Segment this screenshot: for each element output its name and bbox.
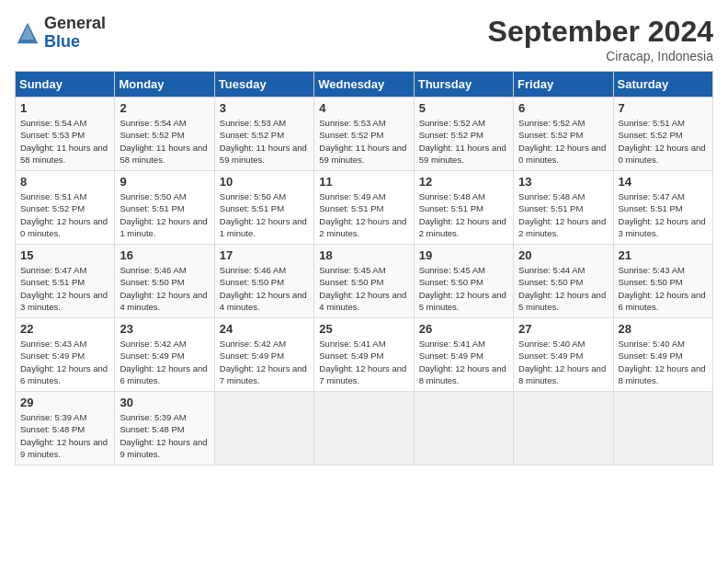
logo-general: General [44,14,106,32]
page-header: General Blue September 2024 Ciracap, Ind… [15,15,713,63]
table-row: 26 Sunrise: 5:41 AM Sunset: 5:49 PM Dayl… [414,318,513,392]
table-row [514,392,613,465]
table-row: 2 Sunrise: 5:54 AM Sunset: 5:52 PM Dayli… [115,98,214,171]
table-row [214,392,313,465]
cell-content: Sunrise: 5:47 AM Sunset: 5:51 PM Dayligh… [619,190,708,239]
day-number: 28 [619,322,708,336]
day-number: 1 [20,101,109,115]
cell-content: Sunrise: 5:46 AM Sunset: 5:50 PM Dayligh… [119,264,209,313]
logo: General Blue [15,15,106,52]
cell-content: Sunrise: 5:53 AM Sunset: 5:52 PM Dayligh… [319,117,408,166]
table-row: 11 Sunrise: 5:49 AM Sunset: 5:51 PM Dayl… [314,171,414,245]
col-friday: Friday [514,72,613,98]
day-number: 9 [119,175,209,189]
cell-content: Sunrise: 5:48 AM Sunset: 5:51 PM Dayligh… [419,190,508,239]
month-title: September 2024 [488,15,713,49]
cell-content: Sunrise: 5:40 AM Sunset: 5:49 PM Dayligh… [518,338,608,386]
header-row: Sunday Monday Tuesday Wednesday Thursday… [16,72,713,98]
location: Ciracap, Indonesia [488,49,713,63]
cell-content: Sunrise: 5:48 AM Sunset: 5:51 PM Dayligh… [518,190,608,239]
calendar-week-row: 1 Sunrise: 5:54 AM Sunset: 5:53 PM Dayli… [16,98,713,171]
table-row: 8 Sunrise: 5:51 AM Sunset: 5:52 PM Dayli… [16,171,115,245]
table-row: 12 Sunrise: 5:48 AM Sunset: 5:51 PM Dayl… [414,171,513,245]
logo-icon [15,20,40,46]
table-row: 17 Sunrise: 5:46 AM Sunset: 5:50 PM Dayl… [214,245,313,318]
day-number: 16 [119,248,209,262]
day-number: 12 [419,175,508,189]
cell-content: Sunrise: 5:40 AM Sunset: 5:49 PM Dayligh… [619,338,708,386]
table-row: 1 Sunrise: 5:54 AM Sunset: 5:53 PM Dayli… [16,98,115,171]
day-number: 30 [119,396,209,409]
day-number: 15 [20,248,109,262]
logo-text: General Blue [44,15,106,52]
table-row [613,392,712,465]
table-row: 25 Sunrise: 5:41 AM Sunset: 5:49 PM Dayl… [314,318,414,392]
table-row: 16 Sunrise: 5:46 AM Sunset: 5:50 PM Dayl… [115,245,214,318]
table-row: 7 Sunrise: 5:51 AM Sunset: 5:52 PM Dayli… [613,98,712,171]
day-number: 29 [20,396,109,409]
cell-content: Sunrise: 5:39 AM Sunset: 5:48 PM Dayligh… [119,411,209,460]
table-row: 18 Sunrise: 5:45 AM Sunset: 5:50 PM Dayl… [314,245,414,318]
day-number: 26 [419,322,508,336]
table-row [314,392,414,465]
col-wednesday: Wednesday [314,72,414,98]
day-number: 5 [419,101,508,115]
title-block: September 2024 Ciracap, Indonesia [488,15,713,63]
cell-content: Sunrise: 5:43 AM Sunset: 5:49 PM Dayligh… [20,338,109,386]
cell-content: Sunrise: 5:54 AM Sunset: 5:52 PM Dayligh… [119,117,209,166]
table-row: 14 Sunrise: 5:47 AM Sunset: 5:51 PM Dayl… [613,171,712,245]
cell-content: Sunrise: 5:39 AM Sunset: 5:48 PM Dayligh… [20,411,109,460]
cell-content: Sunrise: 5:44 AM Sunset: 5:50 PM Dayligh… [518,264,608,313]
table-row: 6 Sunrise: 5:52 AM Sunset: 5:52 PM Dayli… [514,98,613,171]
day-number: 22 [20,322,109,336]
col-thursday: Thursday [414,72,513,98]
table-row [414,392,513,465]
table-row: 19 Sunrise: 5:45 AM Sunset: 5:50 PM Dayl… [414,245,513,318]
col-monday: Monday [115,72,214,98]
cell-content: Sunrise: 5:46 AM Sunset: 5:50 PM Dayligh… [220,264,309,313]
cell-content: Sunrise: 5:54 AM Sunset: 5:53 PM Dayligh… [20,117,109,166]
day-number: 27 [518,322,608,336]
day-number: 23 [119,322,209,336]
col-tuesday: Tuesday [214,72,313,98]
day-number: 13 [518,175,608,189]
cell-content: Sunrise: 5:45 AM Sunset: 5:50 PM Dayligh… [319,264,408,313]
table-row: 3 Sunrise: 5:53 AM Sunset: 5:52 PM Dayli… [214,98,313,171]
table-row: 4 Sunrise: 5:53 AM Sunset: 5:52 PM Dayli… [314,98,414,171]
table-row: 10 Sunrise: 5:50 AM Sunset: 5:51 PM Dayl… [214,171,313,245]
calendar-week-row: 15 Sunrise: 5:47 AM Sunset: 5:51 PM Dayl… [16,245,713,318]
day-number: 24 [220,322,309,336]
day-number: 19 [419,248,508,262]
cell-content: Sunrise: 5:41 AM Sunset: 5:49 PM Dayligh… [319,338,408,386]
day-number: 8 [20,175,109,189]
cell-content: Sunrise: 5:50 AM Sunset: 5:51 PM Dayligh… [119,190,209,239]
table-row: 28 Sunrise: 5:40 AM Sunset: 5:49 PM Dayl… [613,318,712,392]
calendar-week-row: 29 Sunrise: 5:39 AM Sunset: 5:48 PM Dayl… [16,392,713,465]
col-saturday: Saturday [613,72,712,98]
table-row: 21 Sunrise: 5:43 AM Sunset: 5:50 PM Dayl… [613,245,712,318]
table-row: 15 Sunrise: 5:47 AM Sunset: 5:51 PM Dayl… [16,245,115,318]
day-number: 14 [619,175,708,189]
cell-content: Sunrise: 5:50 AM Sunset: 5:51 PM Dayligh… [220,190,309,239]
day-number: 20 [518,248,608,262]
day-number: 7 [619,101,708,115]
day-number: 17 [220,248,309,262]
table-row: 29 Sunrise: 5:39 AM Sunset: 5:48 PM Dayl… [16,392,115,465]
cell-content: Sunrise: 5:45 AM Sunset: 5:50 PM Dayligh… [419,264,508,313]
table-row: 27 Sunrise: 5:40 AM Sunset: 5:49 PM Dayl… [514,318,613,392]
day-number: 6 [518,101,608,115]
day-number: 18 [319,248,408,262]
day-number: 10 [220,175,309,189]
cell-content: Sunrise: 5:47 AM Sunset: 5:51 PM Dayligh… [20,264,109,313]
day-number: 4 [319,101,408,115]
day-number: 3 [220,101,309,115]
day-number: 11 [319,175,408,189]
cell-content: Sunrise: 5:51 AM Sunset: 5:52 PM Dayligh… [20,190,109,239]
calendar-table: Sunday Monday Tuesday Wednesday Thursday… [15,71,713,465]
cell-content: Sunrise: 5:43 AM Sunset: 5:50 PM Dayligh… [619,264,708,313]
table-row: 9 Sunrise: 5:50 AM Sunset: 5:51 PM Dayli… [115,171,214,245]
cell-content: Sunrise: 5:52 AM Sunset: 5:52 PM Dayligh… [518,117,608,166]
cell-content: Sunrise: 5:49 AM Sunset: 5:51 PM Dayligh… [319,190,408,239]
logo-blue: Blue [44,32,80,51]
cell-content: Sunrise: 5:42 AM Sunset: 5:49 PM Dayligh… [220,338,309,386]
